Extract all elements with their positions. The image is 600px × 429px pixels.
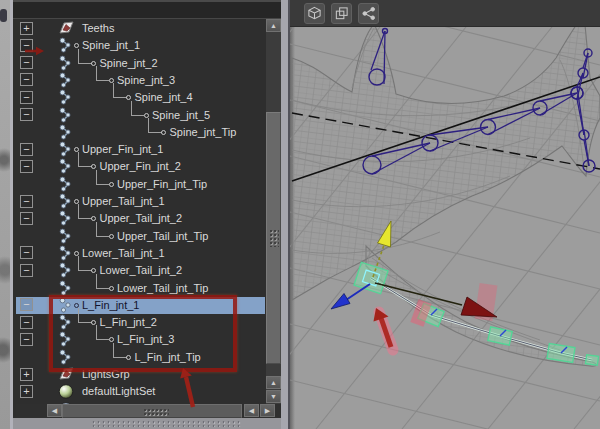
outliner-item-label[interactable]: Spine_jnt_1 xyxy=(82,39,140,51)
scroll-up-button-2[interactable]: ▲ xyxy=(266,376,281,389)
outliner-item-label[interactable]: Upper_Fin_jnt_Tip xyxy=(117,178,207,190)
outliner-row[interactable]: Spine_jnt_Tip xyxy=(16,124,265,141)
outliner-row[interactable]: −Spine_jnt_1 xyxy=(16,37,265,54)
outliner-row[interactable]: −Upper_Tail_jnt_2 xyxy=(16,210,265,227)
tree-connector xyxy=(78,63,92,64)
outliner-row[interactable]: −Lower_Tail_jnt_2 xyxy=(16,262,265,279)
tree-connector xyxy=(96,222,97,237)
scrollbar-grip-dots xyxy=(143,408,169,416)
cube-view-icon[interactable] xyxy=(304,3,325,24)
node-circle xyxy=(74,251,79,256)
outliner-item-label[interactable]: defaultLightSet xyxy=(82,385,155,397)
collapse-button[interactable]: − xyxy=(20,195,33,208)
light-set-icon xyxy=(58,383,75,400)
outliner-row[interactable]: −Spine_jnt_3 xyxy=(16,72,265,89)
collapse-button[interactable]: − xyxy=(20,91,33,104)
outliner-row[interactable]: +Teeths xyxy=(16,20,265,37)
node-circle xyxy=(126,95,131,100)
joint-icon xyxy=(58,89,75,106)
horizontal-scrollbar-thumb[interactable] xyxy=(62,404,242,418)
background-panel-edge xyxy=(0,0,10,429)
collapse-button[interactable]: − xyxy=(20,73,33,86)
outliner-item-label[interactable]: Spine_jnt_4 xyxy=(135,91,193,103)
joint-icon xyxy=(58,228,75,245)
outliner-item-label[interactable]: Spine_jnt_5 xyxy=(152,109,210,121)
tree-connector xyxy=(148,118,149,133)
scroll-left-button-2[interactable]: ◀ xyxy=(244,404,259,417)
collapse-button[interactable]: − xyxy=(20,39,33,52)
node-circle xyxy=(74,43,79,48)
collapse-button[interactable]: − xyxy=(20,333,33,346)
outliner-row[interactable]: −Spine_jnt_2 xyxy=(16,55,265,72)
joint-icon xyxy=(58,37,75,54)
manipulator-z-arrow[interactable] xyxy=(331,294,350,310)
mesh-icon xyxy=(58,20,75,37)
outliner-row[interactable]: −Upper_Fin_jnt_2 xyxy=(16,158,265,175)
outliner-row[interactable]: −Upper_Tail_jnt_1 xyxy=(16,193,265,210)
outliner-row[interactable]: −Spine_jnt_5 xyxy=(16,107,265,124)
outliner-item-label[interactable]: Spine_jnt_2 xyxy=(100,57,158,69)
collapse-button[interactable]: − xyxy=(20,56,33,69)
outliner-item-label[interactable]: Upper_Fin_jnt_2 xyxy=(100,160,181,172)
node-circle xyxy=(91,268,96,273)
panel-bottom-grip[interactable] xyxy=(13,418,293,429)
expand-button[interactable]: + xyxy=(20,22,33,35)
vertical-scrollbar-thumb[interactable] xyxy=(266,112,281,364)
scroll-left-button[interactable]: ◀ xyxy=(47,404,62,417)
horizontal-scrollbar[interactable]: ◀ ◀ ▶ xyxy=(16,404,281,418)
outliner-row[interactable]: Upper_Fin_jnt_Tip xyxy=(16,176,265,193)
tree-connector xyxy=(96,288,110,289)
collapse-button[interactable]: − xyxy=(20,160,33,173)
collapse-button[interactable]: − xyxy=(20,264,33,277)
joint-icon xyxy=(58,280,75,297)
joint-icon xyxy=(58,55,75,72)
collapse-button[interactable]: − xyxy=(20,108,33,121)
expand-button[interactable]: + xyxy=(20,368,33,381)
tree-connector xyxy=(78,152,79,167)
annotation-highlight-box xyxy=(49,295,237,372)
outliner-item-label[interactable]: Upper_Tail_jnt_Tip xyxy=(117,230,208,242)
outliner-item-label[interactable]: Lower_Tail_jnt_Tip xyxy=(117,282,208,294)
maya-screenshot: +Teeths−Spine_jnt_1−Spine_jnt_2−Spine_jn… xyxy=(0,0,600,429)
outliner-row[interactable]: Upper_Tail_jnt_Tip xyxy=(16,228,265,245)
shark-wireframe-mesh[interactable] xyxy=(292,27,600,366)
collapse-button[interactable]: − xyxy=(20,212,33,225)
share-icon[interactable] xyxy=(358,3,379,24)
tree-connector xyxy=(78,204,79,219)
scroll-right-button[interactable]: ▶ xyxy=(260,404,275,417)
joint-icon xyxy=(58,107,75,124)
tree-connector xyxy=(131,101,132,116)
outliner-item-label[interactable]: Lower_Tail_jnt_2 xyxy=(100,264,183,276)
outliner-row[interactable]: Lower_Tail_jnt_Tip xyxy=(16,280,265,297)
outliner-item-label[interactable]: Teeths xyxy=(82,22,114,34)
outliner-item-label[interactable]: Upper_Tail_jnt_1 xyxy=(82,195,165,207)
outliner-item-label[interactable]: Spine_jnt_3 xyxy=(117,74,175,86)
outliner-item-label[interactable]: Spine_jnt_Tip xyxy=(170,126,237,138)
node-circle xyxy=(91,61,96,66)
collapse-button[interactable]: − xyxy=(20,246,33,259)
collapse-button[interactable]: − xyxy=(20,316,33,329)
tree-connector xyxy=(131,115,145,116)
scroll-up-button[interactable]: ▲ xyxy=(266,19,281,32)
tree-connector xyxy=(113,83,114,98)
node-circle xyxy=(91,216,96,221)
node-circle xyxy=(109,286,114,291)
layered-panels-icon[interactable] xyxy=(331,3,352,24)
collapse-button[interactable]: − xyxy=(20,143,33,156)
joint-icon xyxy=(58,210,75,227)
scroll-down-button[interactable]: ▼ xyxy=(266,390,281,403)
outliner-row[interactable]: −Spine_jnt_4 xyxy=(16,89,265,106)
outliner-row[interactable]: +defaultLightSet xyxy=(16,383,265,400)
tree-connector xyxy=(148,132,162,133)
viewport-scene xyxy=(290,27,600,429)
tree-connector xyxy=(113,97,127,98)
collapse-button[interactable]: − xyxy=(20,298,33,311)
outliner-item-label[interactable]: Lower_Tail_jnt_1 xyxy=(82,247,165,259)
outliner-row[interactable]: −Lower_Tail_jnt_1 xyxy=(16,245,265,262)
expand-button[interactable]: + xyxy=(20,385,33,398)
outliner-row[interactable]: −Upper_Fin_jnt_1 xyxy=(16,141,265,158)
tree-connector xyxy=(96,80,110,81)
tree-connector xyxy=(78,218,92,219)
outliner-item-label[interactable]: Upper_Tail_jnt_2 xyxy=(100,212,183,224)
outliner-item-label[interactable]: Upper_Fin_jnt_1 xyxy=(82,143,163,155)
